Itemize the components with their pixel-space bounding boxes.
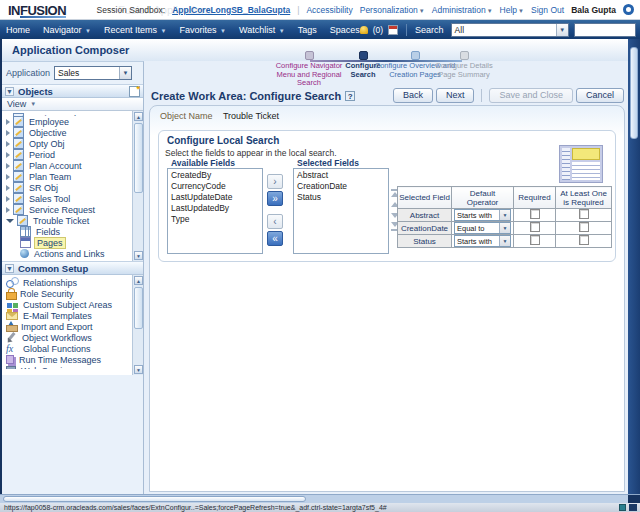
required-checkbox[interactable]	[530, 235, 540, 245]
nav-watchlist[interactable]: Watchlist ▼	[239, 25, 285, 35]
required-checkbox[interactable]	[530, 209, 540, 219]
back-button[interactable]: Back	[393, 88, 433, 103]
list-item-global-functions[interactable]: fxGlobal Functions	[4, 343, 143, 354]
default-operator-select[interactable]: Equal to▼	[454, 222, 511, 234]
expand-icon[interactable]	[6, 196, 10, 202]
list-item-object-workflows[interactable]: Object Workflows	[4, 332, 143, 343]
search-scope-select[interactable]: All ▼	[451, 23, 569, 37]
administration-menu[interactable]: Administration▼	[432, 5, 493, 15]
scroll-up-arrow[interactable]: ▲	[134, 112, 143, 121]
tree-item-period[interactable]: Period	[4, 149, 143, 160]
at-least-one-required-checkbox[interactable]	[579, 222, 589, 232]
help-menu[interactable]: Help▼	[500, 5, 524, 15]
save-and-close-button[interactable]: Save and Close	[489, 88, 573, 103]
nav-favorites[interactable]: Favorites ▼	[180, 25, 226, 35]
help-icon[interactable]: ?	[345, 91, 355, 101]
train-step-configure-details[interactable]: Configure Details Page Summary	[429, 51, 499, 79]
next-button[interactable]: Next	[436, 88, 475, 103]
view-menu[interactable]: View	[7, 99, 26, 109]
collapse-icon[interactable]	[6, 219, 14, 223]
tree-item-plan-account[interactable]: Plan Account	[4, 160, 143, 171]
new-object-icon[interactable]	[129, 86, 140, 97]
move-selected-right-button[interactable]: ›	[267, 174, 283, 189]
nav-tags[interactable]: Tags	[298, 25, 317, 35]
list-item[interactable]: Status	[294, 192, 388, 203]
list-item[interactable]: LastUpdateDate	[168, 192, 262, 203]
expand-icon[interactable]	[6, 163, 10, 169]
selected-fields-listbox[interactable]: Abstract CreationDate Status	[293, 168, 389, 254]
sign-out-link[interactable]: Sign Out	[531, 5, 564, 15]
list-item[interactable]: CreatedBy	[168, 170, 262, 181]
tree-item-fields[interactable]: Fields	[4, 226, 143, 237]
chevron-down-icon: ▼	[161, 28, 167, 34]
session-sandbox-link[interactable]: ApplCoreLongSB_BalaGupta	[172, 5, 290, 15]
scrollbar-thumb[interactable]	[3, 496, 306, 502]
tree-item-objective[interactable]: Objective	[4, 127, 143, 138]
list-item-email-templates[interactable]: E-Mail Templates	[4, 310, 143, 321]
expand-icon[interactable]	[6, 152, 10, 158]
tree-item-security[interactable]: Security	[4, 259, 143, 261]
scroll-up-arrow[interactable]: ▲	[134, 276, 143, 285]
expand-icon[interactable]	[6, 185, 10, 191]
application-select[interactable]: Sales ▼	[54, 66, 132, 80]
notifications-bell-icon[interactable]	[360, 26, 368, 34]
expand-icon[interactable]	[6, 207, 10, 213]
scroll-down-arrow[interactable]: ▼	[134, 365, 143, 374]
move-all-right-button[interactable]: »	[267, 191, 283, 206]
list-item-relationships[interactable]: Relationships	[4, 277, 143, 288]
default-operator-select[interactable]: Starts with▼	[454, 235, 511, 247]
tree-item-opty-obj[interactable]: Opty Obj	[4, 138, 143, 149]
scrollbar-thumb[interactable]	[134, 123, 143, 193]
scrollbar-thumb[interactable]	[134, 287, 143, 329]
tree-item-actions-and-links[interactable]: Actions and Links	[4, 248, 143, 259]
available-fields-listbox[interactable]: CreatedBy CurrencyCode LastUpdateDate La…	[167, 168, 263, 254]
tree-item-employee[interactable]: Employee	[4, 116, 143, 127]
expand-icon[interactable]	[6, 174, 10, 180]
collapse-icon: ▼	[5, 87, 14, 96]
list-item[interactable]: CreationDate	[294, 181, 388, 192]
at-least-one-required-checkbox[interactable]	[579, 209, 589, 219]
common-setup-accordion-header[interactable]: ▼ Common Setup	[2, 261, 143, 275]
tree-item-trouble-ticket[interactable]: Trouble Ticket	[4, 215, 143, 226]
list-item[interactable]: LastUpdatedBy	[168, 203, 262, 214]
list-item-clipped[interactable]: Web Services	[4, 365, 143, 369]
required-checkbox[interactable]	[530, 222, 540, 232]
list-item-custom-subject-areas[interactable]: Custom Subject Areas	[4, 299, 143, 310]
cancel-button[interactable]: Cancel	[576, 88, 624, 103]
default-operator-select[interactable]: Starts with▼	[454, 209, 511, 221]
tree-item-sr-obj[interactable]: SR Obj	[4, 182, 143, 193]
accessibility-link[interactable]: Accessibility	[306, 5, 352, 15]
move-selected-left-button[interactable]: ‹	[267, 214, 283, 229]
expand-icon[interactable]	[6, 116, 10, 117]
list-item[interactable]: Type	[168, 214, 262, 225]
scrollbar-thumb[interactable]	[630, 47, 638, 139]
nav-spaces[interactable]: Spaces	[330, 25, 360, 35]
expand-icon[interactable]	[6, 130, 10, 136]
tree-item-sales-tool[interactable]: Sales Tool	[4, 193, 143, 204]
tree-item-pages-selected[interactable]: Pages	[4, 237, 143, 248]
at-least-one-required-checkbox[interactable]	[579, 235, 589, 245]
tree-item-plan-team[interactable]: Plan Team	[4, 171, 143, 182]
list-item[interactable]: Abstract	[294, 170, 388, 181]
tree-item-service-request[interactable]: Service Request	[4, 204, 143, 215]
objects-accordion-header[interactable]: ▼ Objects	[2, 84, 143, 98]
nav-navigator[interactable]: Navigator ▼	[43, 25, 91, 35]
train-step-configure-navigator[interactable]: Configure Navigator Menu and Regional Se…	[271, 51, 347, 88]
calendar-icon[interactable]	[388, 25, 398, 35]
nav-home[interactable]: Home	[6, 25, 30, 35]
page-title-application-composer: Application Composer	[12, 44, 129, 56]
object-icon	[17, 215, 28, 226]
nav-recent-items[interactable]: Recent Items ▼	[104, 25, 167, 35]
scroll-down-arrow[interactable]: ▼	[134, 251, 143, 260]
expand-icon[interactable]	[6, 141, 10, 147]
expand-icon[interactable]	[6, 119, 10, 125]
personalization-menu[interactable]: Personalization▼	[360, 5, 425, 15]
list-item[interactable]: CurrencyCode	[168, 181, 262, 192]
search-input[interactable]	[574, 23, 636, 37]
section-title: Configure Local Search	[167, 135, 279, 146]
list-item-import-and-export[interactable]: Import and Export	[4, 321, 143, 332]
list-item-role-security[interactable]: Role Security	[4, 288, 143, 299]
object-icon	[13, 127, 24, 138]
list-item-run-time-messages[interactable]: Run Time Messages	[4, 354, 143, 365]
move-all-left-button[interactable]: «	[267, 231, 283, 246]
